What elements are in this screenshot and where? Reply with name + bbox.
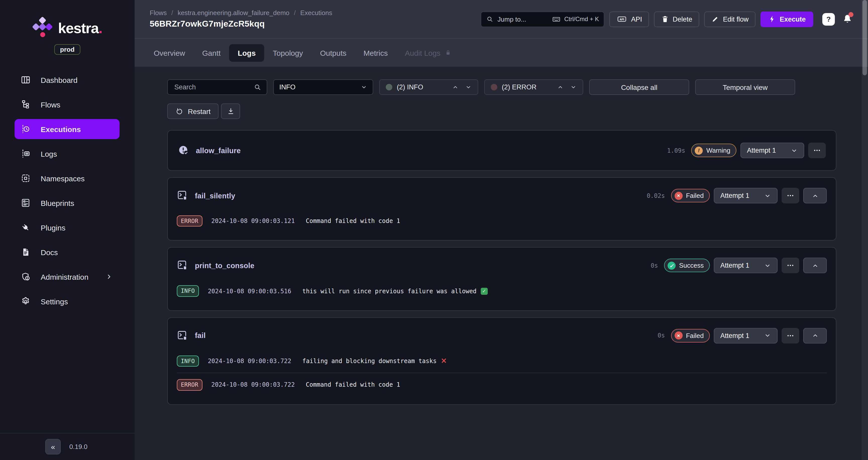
- api-button[interactable]: API API: [610, 11, 649, 27]
- tab-outputs[interactable]: Outputs: [311, 44, 355, 62]
- search-icon: [487, 15, 494, 23]
- tab-label: Outputs: [320, 48, 346, 57]
- collapse-card-button[interactable]: [803, 328, 827, 343]
- delete-button[interactable]: Delete: [654, 11, 699, 27]
- sidebar-item-flows[interactable]: Flows: [14, 94, 120, 114]
- sidebar-item-label: Settings: [41, 297, 68, 305]
- more-options-button[interactable]: [782, 188, 799, 203]
- log-row: INFO2024-10-08 09:00:03.516this will run…: [177, 280, 827, 303]
- status-dot-icon: ×: [674, 332, 682, 340]
- log-row: ERROR2024-10-08 09:00:03.121Command fail…: [177, 209, 827, 233]
- chevron-down-icon[interactable]: [465, 84, 472, 90]
- sidebar-item-namespaces[interactable]: Namespaces: [14, 168, 120, 188]
- task-controls: 0s×FailedAttempt 1: [657, 328, 827, 343]
- settings-icon: [21, 296, 31, 306]
- page-title: 56BRZr7owkG7mjeZcR5kqq: [150, 19, 332, 29]
- breadcrumb-item-kestra-engineering-allow-failure-demo[interactable]: kestra.engineering.allow_failure_demo: [178, 9, 289, 17]
- task-title[interactable]: fail_silently: [195, 192, 235, 200]
- task-duration: 1.09s: [667, 147, 685, 154]
- sidebar-item-administration[interactable]: Administration: [14, 267, 120, 287]
- log-list: ERROR2024-10-08 09:00:03.121Command fail…: [168, 209, 836, 240]
- tab-topology[interactable]: Topology: [264, 44, 311, 62]
- sidebar-item-blueprints[interactable]: Blueprints: [14, 193, 120, 213]
- edit-flow-button[interactable]: Edit flow: [704, 11, 755, 27]
- attempt-select[interactable]: Attempt 1: [714, 328, 778, 343]
- task-title[interactable]: fail: [195, 332, 206, 340]
- collapse-card-button[interactable]: [803, 258, 827, 273]
- actions-row: Restart: [167, 103, 836, 119]
- status-label: Success: [679, 262, 704, 269]
- tab-audit-logs: Audit Logs: [396, 44, 460, 62]
- task-controls: 0.02s×FailedAttempt 1: [647, 188, 827, 203]
- jump-to-search[interactable]: Jump to... Ctrl/Cmd + K: [481, 11, 604, 27]
- breadcrumb-item-executions[interactable]: Executions: [300, 9, 332, 17]
- tab-overview[interactable]: Overview: [145, 44, 194, 62]
- tab-metrics[interactable]: Metrics: [355, 44, 396, 62]
- search-input[interactable]: [173, 83, 250, 91]
- flows-icon: [21, 99, 31, 109]
- more-options-button[interactable]: [782, 258, 799, 273]
- dashboard-icon: [21, 75, 31, 85]
- help-button[interactable]: ?: [822, 13, 835, 25]
- tab-logs[interactable]: Logs: [229, 44, 264, 62]
- page-scrollbar[interactable]: [862, 0, 868, 460]
- log-message: failing and blocking downstream tasks×: [302, 357, 447, 365]
- collapse-all-button[interactable]: Collapse all: [589, 79, 689, 95]
- collapse-card-button[interactable]: [803, 188, 827, 203]
- chevron-up-icon[interactable]: [557, 84, 564, 90]
- dots-horizontal-icon: [786, 261, 795, 270]
- more-options-button[interactable]: [782, 328, 799, 343]
- task-card-fail: fail0s×FailedAttempt 1INFO2024-10-08 09:…: [167, 317, 836, 405]
- sidebar-item-docs[interactable]: Docs: [14, 242, 120, 262]
- restart-button[interactable]: Restart: [167, 103, 218, 119]
- chevron-down-icon[interactable]: [570, 84, 577, 90]
- breadcrumb-item-flows[interactable]: Flows: [150, 9, 167, 17]
- attempt-select[interactable]: Attempt 1: [714, 188, 778, 203]
- tab-label: Audit Logs: [405, 48, 440, 57]
- tab-bar: OverviewGanttLogsTopologyOutputsMetricsA…: [135, 39, 868, 67]
- task-title[interactable]: allow_failure: [196, 146, 241, 155]
- chevron-up-icon: [811, 192, 818, 199]
- chevron-down-icon: [764, 192, 771, 199]
- sidebar-item-plugins[interactable]: Plugins: [14, 218, 120, 237]
- download-logs-button[interactable]: [221, 103, 240, 119]
- tab-gantt[interactable]: Gantt: [194, 44, 229, 62]
- attempt-select[interactable]: Attempt 1: [714, 258, 778, 273]
- temporal-view-button[interactable]: Temporal view: [695, 79, 795, 95]
- log-level-select[interactable]: INFO: [273, 79, 373, 95]
- scrollbar-thumb[interactable]: [863, 0, 867, 75]
- attempt-label: Attempt 1: [720, 332, 749, 339]
- level-chip--2-info[interactable]: (2) INFO: [379, 79, 478, 95]
- console-icon: [177, 190, 188, 201]
- sidebar-item-executions[interactable]: Executions: [14, 119, 120, 139]
- task-card-header: fail_silently0.02s×FailedAttempt 1: [168, 178, 836, 209]
- log-message-text: Command failed with code 1: [306, 218, 400, 225]
- task-card-fail-silently: fail_silently0.02s×FailedAttempt 1ERROR2…: [167, 177, 836, 241]
- blueprints-icon: [21, 198, 31, 208]
- sidebar-item-label: Dashboard: [41, 75, 78, 84]
- sidebar-item-logs[interactable]: Logs: [14, 144, 120, 164]
- console-icon: [177, 260, 188, 271]
- chip-label: (2) INFO: [397, 84, 423, 91]
- sidebar-collapse-button[interactable]: «: [45, 439, 61, 455]
- attempt-select[interactable]: Attempt 1: [740, 143, 804, 158]
- log-level-badge: ERROR: [177, 379, 202, 390]
- task-card-header: fail0s×FailedAttempt 1: [168, 318, 836, 350]
- top-bar: Flows/kestra.engineering.allow_failure_d…: [135, 0, 868, 39]
- log-timestamp: 2024-10-08 09:00:03.722: [208, 358, 291, 365]
- sidebar-item-settings[interactable]: Settings: [14, 291, 120, 311]
- task-title[interactable]: print_to_console: [195, 262, 254, 270]
- chevron-down-icon: [764, 262, 771, 269]
- chevron-down-icon: [764, 332, 771, 339]
- status-badge-success: ✓Success: [664, 259, 710, 272]
- breadcrumb-separator: /: [294, 9, 296, 17]
- filter-toolbar: INFO (2) INFO(2) ERROR Collapse all Temp…: [167, 79, 836, 95]
- more-options-button[interactable]: [808, 143, 826, 158]
- execute-button[interactable]: Execute: [761, 11, 813, 27]
- chevron-up-icon[interactable]: [452, 84, 459, 90]
- notifications-bell[interactable]: [842, 13, 853, 25]
- sidebar-item-dashboard[interactable]: Dashboard: [14, 70, 120, 90]
- level-chip--2-error[interactable]: (2) ERROR: [484, 79, 583, 95]
- log-message: this will run since previous failure was…: [302, 288, 488, 295]
- executions-icon: [21, 124, 31, 134]
